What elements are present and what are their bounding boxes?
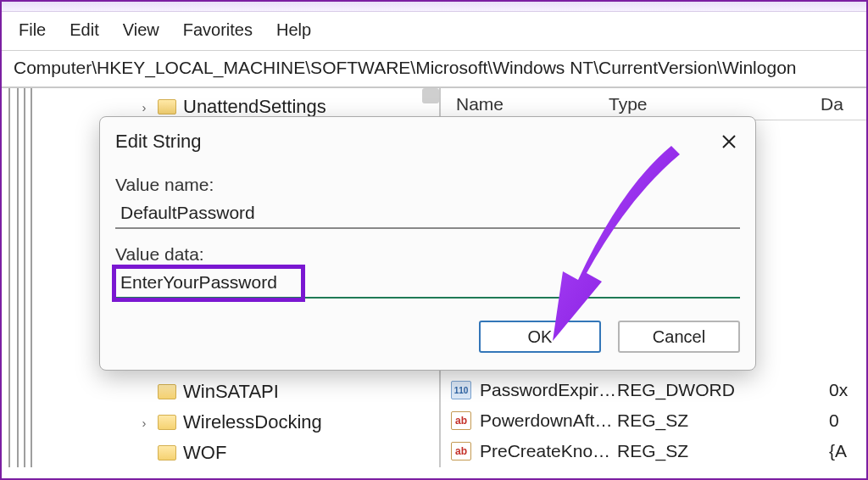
value-type: REG_SZ bbox=[617, 410, 829, 431]
table-row[interactable]: ab ReportBootOk REG_SZ 1 bbox=[441, 466, 866, 467]
menu-file[interactable]: File bbox=[19, 20, 46, 40]
column-type[interactable]: Type bbox=[609, 94, 821, 114]
value-name: PreCreateKnown… bbox=[480, 441, 617, 461]
value-data-field[interactable] bbox=[115, 268, 740, 299]
folder-icon bbox=[158, 415, 176, 430]
dialog-title: Edit String bbox=[115, 131, 202, 153]
folder-icon bbox=[158, 445, 176, 460]
folder-icon bbox=[158, 99, 176, 114]
menu-edit[interactable]: Edit bbox=[70, 20, 98, 40]
tree-scrollbar-thumb[interactable] bbox=[422, 88, 439, 103]
value-data: {A bbox=[829, 441, 866, 461]
value-name: PasswordExpiry… bbox=[480, 380, 617, 400]
window-titlebar-edge bbox=[2, 2, 866, 12]
address-bar[interactable]: Computer\HKEY_LOCAL_MACHINE\SOFTWARE\Mic… bbox=[2, 51, 866, 88]
reg-sz-icon: ab bbox=[451, 411, 471, 430]
value-type: REG_SZ bbox=[617, 441, 829, 461]
value-data-label: Value data: bbox=[115, 244, 740, 265]
table-row[interactable]: ab PreCreateKnown… REG_SZ {A bbox=[441, 436, 866, 466]
close-icon[interactable] bbox=[715, 127, 743, 156]
reg-sz-icon: ab bbox=[451, 442, 471, 460]
tree-item-winsatapi[interactable]: WinSATAPI bbox=[2, 377, 439, 407]
tree-item-label: UnattendSettings bbox=[183, 96, 326, 118]
value-name: PowerdownAfter… bbox=[480, 410, 617, 431]
reg-dword-icon: 110 bbox=[451, 381, 471, 399]
chevron-right-icon[interactable]: › bbox=[137, 416, 151, 430]
menu-help[interactable]: Help bbox=[276, 20, 311, 40]
tree-item-label: WinSATAPI bbox=[183, 381, 279, 403]
dialog-titlebar: Edit String bbox=[100, 117, 755, 163]
value-name-label: Value name: bbox=[115, 175, 740, 195]
cancel-button[interactable]: Cancel bbox=[618, 321, 740, 353]
menubar: File Edit View Favorites Help bbox=[2, 12, 866, 51]
tree-item-wof[interactable]: WOF bbox=[2, 438, 439, 467]
menu-favorites[interactable]: Favorites bbox=[183, 20, 253, 40]
column-data[interactable]: Da bbox=[821, 94, 866, 114]
tree-item-wirelessdocking[interactable]: › WirelessDocking bbox=[2, 407, 439, 438]
value-name-field[interactable] bbox=[115, 198, 740, 229]
chevron-right-icon[interactable]: › bbox=[137, 100, 151, 114]
table-row[interactable]: 110 PasswordExpiry… REG_DWORD 0x bbox=[441, 375, 866, 405]
ok-button[interactable]: OK bbox=[479, 321, 601, 353]
value-data: 0x bbox=[829, 380, 866, 400]
folder-icon bbox=[158, 384, 176, 399]
value-data: 0 bbox=[829, 410, 866, 431]
table-row[interactable]: ab PowerdownAfter… REG_SZ 0 bbox=[441, 405, 866, 436]
edit-string-dialog: Edit String Value name: Value data: OK C… bbox=[99, 116, 756, 371]
tree-item-label: WOF bbox=[183, 442, 226, 464]
value-type: REG_DWORD bbox=[617, 380, 829, 400]
tree-guide-lines bbox=[8, 88, 39, 467]
column-name[interactable]: Name bbox=[441, 94, 609, 114]
tree-item-label: WirelessDocking bbox=[183, 411, 322, 433]
menu-view[interactable]: View bbox=[123, 20, 159, 40]
